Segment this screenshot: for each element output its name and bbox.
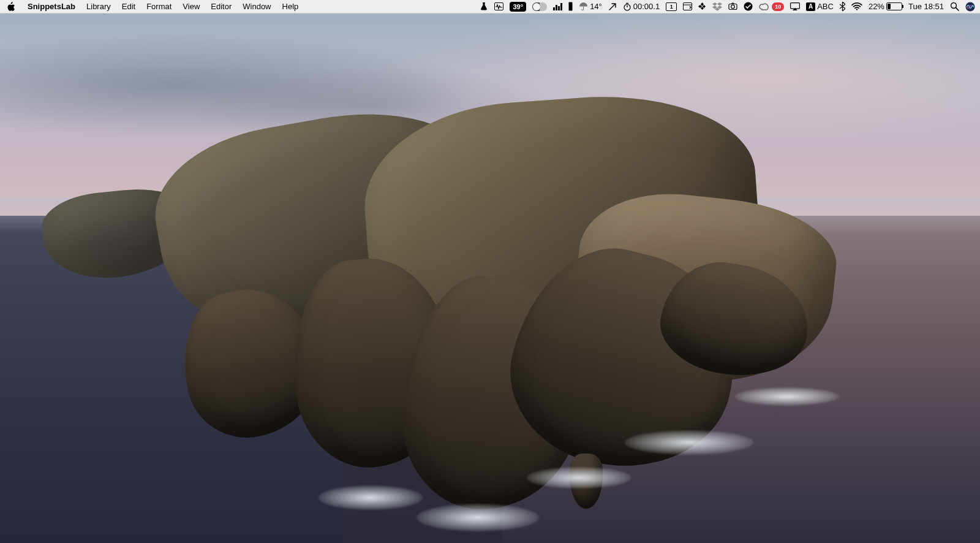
svg-point-8 [856,9,858,10]
status-timer[interactable]: 00:00.1 [623,0,660,13]
timer-value: 00:00.1 [633,0,660,13]
status-activity-monitor[interactable] [494,0,503,13]
status-toggle[interactable] [532,0,547,13]
creative-cloud-icon [759,2,770,11]
status-siri[interactable] [965,0,975,13]
window-tool-icon [683,2,692,10]
weather-temp-label: 14° [590,0,602,13]
battery-percent-label: 22% [869,0,884,13]
svg-point-6 [744,2,753,11]
wallpaper-foam [625,430,753,455]
dropbox-icon [712,2,722,11]
status-checkmark-app[interactable] [744,0,753,13]
checkmark-badge-icon [744,2,753,11]
svg-rect-7 [791,3,800,9]
status-spotlight[interactable] [950,0,959,13]
menu-window[interactable]: Window [237,0,276,13]
battery-fill [888,4,891,9]
notification-badge: 10 [772,2,784,11]
status-creative-cloud[interactable]: 10 [759,0,784,13]
wallpaper-foam [735,387,839,406]
status-bluetooth[interactable] [840,0,845,13]
menu-editor[interactable]: Editor [205,0,237,13]
status-levels[interactable] [553,0,562,13]
clock-label: Tue 18:51 [908,0,944,13]
status-input-source[interactable]: A ABC [806,0,834,13]
menu-help[interactable]: Help [277,0,304,13]
status-area: 39° 14° [480,0,975,13]
menu-format[interactable]: Format [141,0,177,13]
wallpaper-foam [417,504,539,531]
menu-view[interactable]: View [177,0,205,13]
input-source-label: ABC [817,0,834,13]
battery-icon [886,2,902,10]
activity-monitor-icon [494,2,503,10]
menu-edit[interactable]: Edit [116,0,141,13]
status-window-tool[interactable] [683,0,692,13]
status-airplay[interactable] [790,0,800,13]
status-cpu-temp[interactable]: 39° [510,0,526,13]
svg-point-5 [731,5,735,9]
flask-icon [480,2,488,11]
stopwatch-icon [623,2,631,11]
menu-bar: SnippetsLab Library Edit Format View Edi… [0,0,980,13]
status-battery[interactable]: 22% [869,0,902,13]
desktop-number-badge: 1 [666,2,677,11]
status-wifi[interactable] [851,0,862,13]
status-weather[interactable]: 14° [579,0,602,13]
desktop-wallpaper[interactable] [0,13,980,543]
bluetooth-icon [840,2,845,11]
status-clock[interactable]: Tue 18:51 [908,0,944,13]
status-desktop-number[interactable]: 1 [666,0,677,13]
wallpaper-foam [527,467,631,488]
menu-app-name[interactable]: SnippetsLab [22,0,81,13]
umbrella-icon [579,2,588,11]
apple-menu[interactable] [6,2,16,12]
status-vpn[interactable] [608,0,617,13]
status-disk[interactable] [568,0,573,13]
status-grid-app[interactable] [698,0,706,13]
camera-loop-icon [728,2,737,11]
svg-rect-3 [684,3,692,10]
siri-icon [965,2,975,12]
vpn-arrow-icon [608,2,617,11]
wifi-icon [851,2,862,10]
disk-icon [568,2,573,11]
app-menus: SnippetsLab Library Edit Format View Edi… [22,0,304,13]
menu-library[interactable]: Library [81,0,116,13]
grid-icon [698,2,706,10]
apple-logo-icon [7,2,15,11]
svg-rect-1 [569,2,573,11]
wallpaper-island [24,63,839,492]
levels-icon [553,2,562,10]
status-lab[interactable] [480,0,488,13]
search-icon [950,2,959,11]
status-dropbox[interactable] [712,0,722,13]
cpu-temp-badge: 39° [510,2,526,12]
airplay-icon [790,2,800,10]
input-source-badge: A [806,2,815,11]
status-camera-loop[interactable] [728,0,737,13]
wallpaper-foam [318,485,423,510]
toggle-icon [532,2,547,11]
